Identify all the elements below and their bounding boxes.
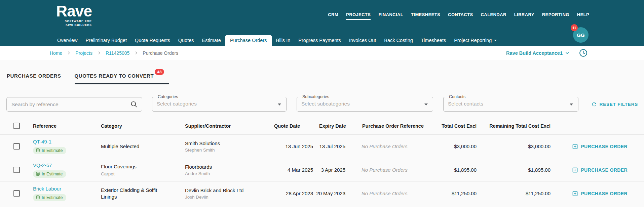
row-checkbox[interactable] <box>13 143 20 150</box>
view-tabs: PURCHASE ORDERS QUOTES READY TO CONVERT … <box>0 60 644 84</box>
chevron-right-icon <box>97 51 101 55</box>
table-row: QT-49-1 In Estimate Multiple Selected Sm… <box>0 135 644 158</box>
quote-reference-link[interactable]: Brick Labour <box>33 186 61 192</box>
remaining-cost-value: $1,895.00 <box>479 167 553 173</box>
create-purchase-order-button[interactable]: PURCHASE ORDER <box>572 143 628 150</box>
history-clock-button[interactable] <box>579 48 588 57</box>
quote-reference-link[interactable]: VQ-2-57 <box>33 162 52 168</box>
contacts-placeholder: Select contacts <box>448 101 483 107</box>
project-selector[interactable]: Rave Build Acceptance1 <box>506 50 570 56</box>
ptab-invoices-out[interactable]: Invoices Out <box>345 35 380 46</box>
subcategories-select[interactable]: Subcategories Select subcategories <box>297 97 433 112</box>
avatar-initials: GG <box>577 32 584 38</box>
quote-reference-link[interactable]: QT-49-1 <box>33 139 51 144</box>
search-icon <box>130 100 138 110</box>
nav-item-library[interactable]: LIBRARY <box>514 12 534 20</box>
ptab-purchase-orders[interactable]: Purchase Orders <box>225 35 272 46</box>
ptab-progress-payments[interactable]: Progress Payments <box>294 35 345 46</box>
dropdown-arrow-icon <box>570 104 573 106</box>
category-detail: Carpet <box>101 171 182 176</box>
main-nav: CRM PROJECTS FINANCIAL TIMESHEETS CONTAC… <box>328 12 589 20</box>
breadcrumb-home[interactable]: Home <box>50 50 62 56</box>
expiry-date-value: 3 Apr 2025 <box>316 167 359 173</box>
plus-square-icon <box>572 191 578 197</box>
create-purchase-order-button[interactable]: PURCHASE ORDER <box>572 167 628 173</box>
supplier-contact: Josh Devlin <box>185 195 271 200</box>
nav-item-reporting[interactable]: REPORTING <box>542 12 569 20</box>
remaining-cost-value: $3,000.00 <box>479 143 553 149</box>
ptab-quotes[interactable]: Quotes <box>174 35 198 46</box>
col-reference: Reference <box>30 123 98 129</box>
supplier-name: Devlin Brick and Block Ltd <box>185 188 271 193</box>
nav-item-projects[interactable]: PROJECTS <box>346 12 371 20</box>
plus-square-icon <box>572 167 578 173</box>
po-reference-value: No Purchase Orders <box>359 167 437 173</box>
breadcrumb-projects[interactable]: Projects <box>75 50 92 56</box>
status-badge: In Estimate <box>33 147 66 154</box>
ptab-quote-requests[interactable]: Quote Requests <box>131 35 174 46</box>
ptab-preliminary-budget[interactable]: Preliminary Budget <box>81 35 131 46</box>
categories-select[interactable]: Categories Select categories <box>152 97 287 112</box>
ptab-timesheets[interactable]: Timesheets <box>417 35 450 46</box>
quote-date-value: 13 Jun 2025 <box>271 143 316 149</box>
ptab-overview[interactable]: Overview <box>53 35 81 46</box>
refresh-icon <box>591 101 597 107</box>
create-purchase-order-button[interactable]: PURCHASE ORDER <box>572 191 628 197</box>
breadcrumb-project-number[interactable]: R11425005 <box>106 50 129 56</box>
coins-icon <box>36 172 40 176</box>
total-cost-value: $1,895.00 <box>437 167 479 173</box>
coins-icon <box>36 195 40 200</box>
ptab-back-costing[interactable]: Back Costing <box>380 35 417 46</box>
table-header-row: Reference Category Supplier/Contractor Q… <box>0 117 644 135</box>
subcategories-placeholder: Select subcategories <box>301 101 350 107</box>
ptab-project-reporting[interactable]: Project Reporting <box>450 35 501 46</box>
filters-bar: Categories Select categories Subcategori… <box>6 97 638 112</box>
col-remaining-cost: Remaining Total Cost Excl <box>479 123 553 129</box>
supplier-contact: Stephen Smith <box>185 148 271 153</box>
ptab-bills-in[interactable]: Bills In <box>272 35 295 46</box>
contacts-select[interactable]: Contacts Select contacts <box>443 97 578 112</box>
select-all-checkbox[interactable] <box>13 123 20 129</box>
tab-quotes-ready-to-convert[interactable]: QUOTES READY TO CONVERT 48 <box>75 73 169 84</box>
table-row: VQ-2-57 In Estimate Floor Coverings Carp… <box>0 158 644 182</box>
nav-item-timesheets[interactable]: TIMESHEETS <box>411 12 440 20</box>
nav-item-help[interactable]: HELP <box>577 12 589 20</box>
po-reference-value: No Purchase Orders <box>359 191 437 196</box>
search-field-wrap <box>6 97 142 112</box>
user-avatar[interactable]: GG 11 <box>573 27 589 43</box>
expiry-date-value: 13 Jul 2025 <box>316 143 359 149</box>
status-badge: In Estimate <box>33 170 66 178</box>
row-checkbox[interactable] <box>13 167 20 173</box>
expiry-date-value: 20 May 2023 <box>316 191 359 196</box>
nav-item-financial[interactable]: FINANCIAL <box>378 12 403 20</box>
app-header: Rave SOFTWARE FOR KIWI BUILDERS CRM PROJ… <box>0 0 644 46</box>
caret-down-icon <box>494 40 497 41</box>
supplier-contact: Andre Smith <box>185 171 271 176</box>
col-quote-date: Quote Date <box>271 123 316 129</box>
quote-date-value: 4 Mar 2025 <box>271 167 316 173</box>
chevron-right-icon <box>134 51 138 55</box>
brand-name: Rave <box>56 3 92 19</box>
ptab-estimate[interactable]: Estimate <box>198 35 225 46</box>
col-expiry-date: Expiry Date <box>316 123 359 129</box>
plus-square-icon <box>572 143 578 150</box>
total-cost-value: $11,250.00 <box>437 191 479 196</box>
category-value: Exterior Cladding & Soffit Linings <box>101 187 182 200</box>
tab-purchase-orders[interactable]: PURCHASE ORDERS <box>7 73 61 84</box>
nav-item-calendar[interactable]: CALENDAR <box>481 12 506 20</box>
category-value: Multiple Selected <box>101 143 182 150</box>
nav-item-crm[interactable]: CRM <box>328 12 338 20</box>
quotes-table: Reference Category Supplier/Contractor Q… <box>0 117 644 205</box>
project-nav: Overview Preliminary Budget Quote Reques… <box>53 35 501 46</box>
col-po-reference: Purchase Order Reference <box>359 123 437 129</box>
search-input[interactable] <box>6 97 142 112</box>
breadcrumb-row: Home Projects R11425005 Purchase Orders … <box>0 46 644 60</box>
col-total-cost: Total Cost Excl <box>437 123 479 129</box>
dropdown-arrow-icon <box>278 104 281 106</box>
clock-icon <box>579 48 588 57</box>
col-category: Category <box>98 123 182 129</box>
nav-item-contacts[interactable]: CONTACTS <box>448 12 473 20</box>
reset-filters-button[interactable]: RESET FILTERS <box>591 101 638 107</box>
row-checkbox[interactable] <box>13 190 20 197</box>
category-value: Floor Coverings <box>101 163 182 170</box>
